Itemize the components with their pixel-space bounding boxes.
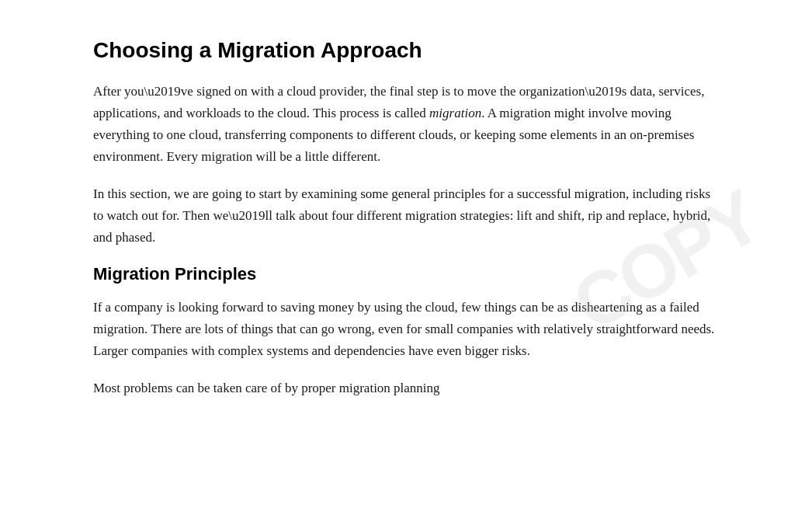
- principles-intro-text: If a company is looking forward to savin…: [93, 300, 714, 358]
- section-overview-text: In this section, we are going to start b…: [93, 186, 710, 245]
- intro-paragraph: After you\u2019ve signed on with a cloud…: [93, 81, 719, 168]
- main-title: Choosing a Migration Approach: [93, 37, 719, 64]
- migration-principles-title: Migration Principles: [93, 264, 719, 284]
- intro-italic-word: migration: [429, 106, 481, 120]
- principles-intro-paragraph: If a company is looking forward to savin…: [93, 297, 719, 362]
- partial-text: Most problems can be taken care of by pr…: [93, 381, 440, 395]
- partial-paragraph: Most problems can be taken care of by pr…: [93, 378, 719, 399]
- page-container: COPY Choosing a Migration Approach After…: [0, 0, 812, 453]
- section-overview-paragraph: In this section, we are going to start b…: [93, 183, 719, 249]
